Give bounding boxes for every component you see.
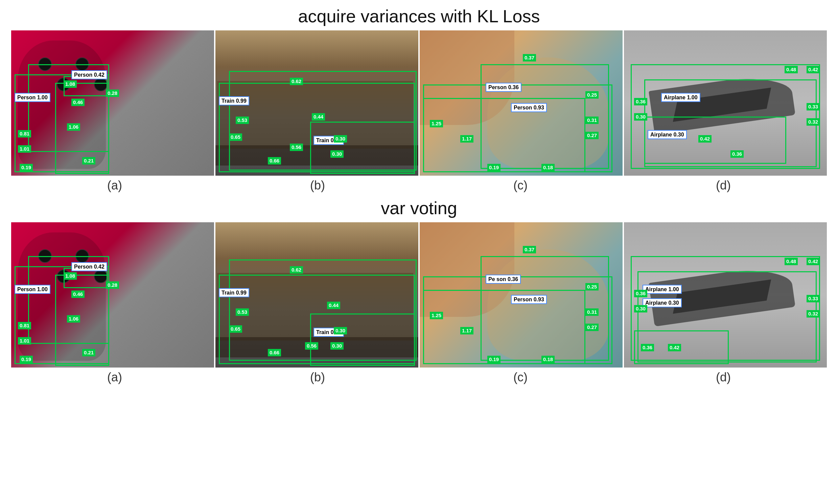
label-0: Train 0.99 — [219, 288, 249, 297]
caption-row2: (a)(b)(c)(d) — [0, 368, 838, 385]
label-5: 0.81 — [18, 130, 31, 138]
label-3: 0.42 — [806, 258, 820, 265]
label-8: 0.21 — [82, 349, 96, 356]
label-7: 0.32 — [806, 118, 820, 126]
caption-row2-0: (a) — [13, 370, 216, 385]
label-6: 0.30 — [634, 305, 647, 312]
caption-row1-2: (c) — [419, 178, 622, 193]
label-7: 0.66 — [268, 349, 281, 356]
label-1: Person 0.42 — [71, 262, 107, 271]
label-0: Person 0.36 — [485, 83, 521, 92]
label-4: 0.53 — [236, 116, 249, 124]
label-7: 1.01 — [18, 145, 31, 153]
label-0: Pe son 0.36 — [485, 275, 521, 284]
label-9: 0.30 — [330, 342, 344, 349]
label-2: 0.62 — [290, 78, 303, 85]
caption-row1-3: (d) — [622, 178, 825, 193]
title-var-voting: var voting — [0, 193, 838, 221]
cell-row1-child: Person 0.36Person 0.930.370.250.310.271.… — [420, 31, 622, 176]
label-9: 0.30 — [330, 150, 344, 158]
label-4: 0.28 — [106, 90, 119, 97]
label-3: 0.25 — [585, 91, 599, 98]
cell-row1-person: Person 1.00Person 0.421.080.460.280.811.… — [11, 31, 214, 176]
label-2: 0.48 — [785, 66, 798, 73]
label-9: 0.19 — [20, 164, 33, 171]
label-6: 1.06 — [67, 315, 80, 323]
label-1: Person 0.93 — [511, 103, 547, 112]
cell-row2-airplane: Airplane 1.00Airplane 0.300.480.420.360.… — [624, 222, 827, 367]
label-0: Airplane 1.00 — [643, 285, 682, 294]
label-7: 1.17 — [460, 327, 474, 335]
label-4: 0.36 — [634, 290, 647, 297]
label-8: 0.36 — [641, 344, 654, 351]
label-0: Airplane 1.00 — [661, 93, 700, 102]
label-5: 0.81 — [18, 322, 31, 329]
label-8: 0.19 — [487, 356, 500, 363]
label-4: 0.31 — [585, 308, 599, 316]
label-9: 0.36 — [731, 150, 743, 158]
label-2: 0.37 — [523, 246, 536, 253]
main-container: acquire variances with KL Loss Person 1.… — [0, 0, 838, 385]
label-6: 0.56 — [305, 342, 318, 349]
label-2: 1.08 — [64, 272, 77, 280]
label-4: 0.31 — [585, 116, 599, 124]
label-8: 0.30 — [334, 327, 347, 335]
cell-row2-train: Train 0.99Train 0.350.620.440.530.650.56… — [216, 222, 418, 367]
label-2: 0.62 — [290, 266, 303, 274]
label-8: 0.30 — [334, 135, 347, 143]
label-3: 0.46 — [71, 98, 85, 106]
label-7: 0.32 — [806, 310, 820, 318]
label-3: 0.46 — [71, 290, 85, 298]
label-5: 0.33 — [806, 295, 820, 302]
cell-row1-airplane: Airplane 1.00Airplane 0.300.480.420.360.… — [624, 31, 827, 176]
label-8: 0.21 — [82, 157, 96, 164]
caption-row1-1: (b) — [216, 178, 419, 193]
label-4: 0.28 — [106, 282, 119, 289]
cell-row1-train: Train 0.99Train 0.350.620.440.530.650.56… — [216, 31, 418, 176]
label-6: 0.30 — [634, 113, 647, 121]
label-1: Airplane 0.30 — [648, 130, 687, 139]
label-5: 0.65 — [229, 325, 242, 333]
title-kl-loss: acquire variances with KL Loss — [0, 0, 838, 30]
label-2: 1.08 — [64, 80, 77, 88]
label-4: 0.36 — [634, 98, 647, 105]
caption-row2-1: (b) — [216, 370, 419, 385]
cell-row2-person: Person 1.00Person 0.421.080.460.280.811.… — [11, 222, 214, 367]
label-1: Person 0.42 — [71, 70, 107, 79]
label-0: Train 0.99 — [219, 96, 249, 105]
label-6: 0.56 — [290, 144, 303, 151]
label-5: 0.33 — [806, 103, 820, 110]
label-2: 0.48 — [785, 258, 798, 265]
label-9: 0.18 — [542, 356, 554, 363]
caption-row2-3: (d) — [622, 370, 825, 385]
caption-row2-2: (c) — [419, 370, 622, 385]
label-2: 0.37 — [523, 54, 536, 61]
label-8: 0.42 — [698, 135, 712, 143]
label-4: 0.53 — [236, 308, 249, 316]
label-0: Person 1.00 — [15, 93, 50, 102]
row1-grid: Person 1.00Person 0.421.080.460.280.811.… — [0, 30, 838, 176]
label-7: 0.66 — [268, 157, 281, 164]
label-1: Airplane 0.30 — [643, 298, 682, 307]
label-5: 0.27 — [585, 324, 599, 331]
label-7: 1.01 — [18, 337, 31, 345]
label-9: 0.42 — [668, 344, 681, 351]
label-8: 0.19 — [487, 164, 500, 171]
caption-row1: (a)(b)(c)(d) — [0, 176, 838, 193]
label-9: 0.18 — [542, 164, 554, 171]
label-7: 1.17 — [460, 135, 474, 143]
label-0: Person 1.00 — [15, 285, 50, 294]
label-6: 1.25 — [430, 312, 443, 319]
label-3: 0.44 — [327, 302, 340, 309]
label-3: 0.44 — [312, 113, 325, 121]
label-6: 1.06 — [67, 123, 80, 131]
label-3: 0.25 — [585, 283, 599, 290]
label-5: 0.27 — [585, 132, 599, 139]
row2-grid: Person 1.00Person 0.421.080.460.280.811.… — [0, 221, 838, 368]
label-9: 0.19 — [20, 356, 33, 363]
cell-row2-child: Pe son 0.36Person 0.930.370.250.310.271.… — [420, 222, 622, 367]
label-5: 0.65 — [229, 133, 242, 141]
caption-row1-0: (a) — [13, 178, 216, 193]
label-1: Person 0.93 — [511, 295, 547, 304]
label-6: 1.25 — [430, 120, 443, 127]
